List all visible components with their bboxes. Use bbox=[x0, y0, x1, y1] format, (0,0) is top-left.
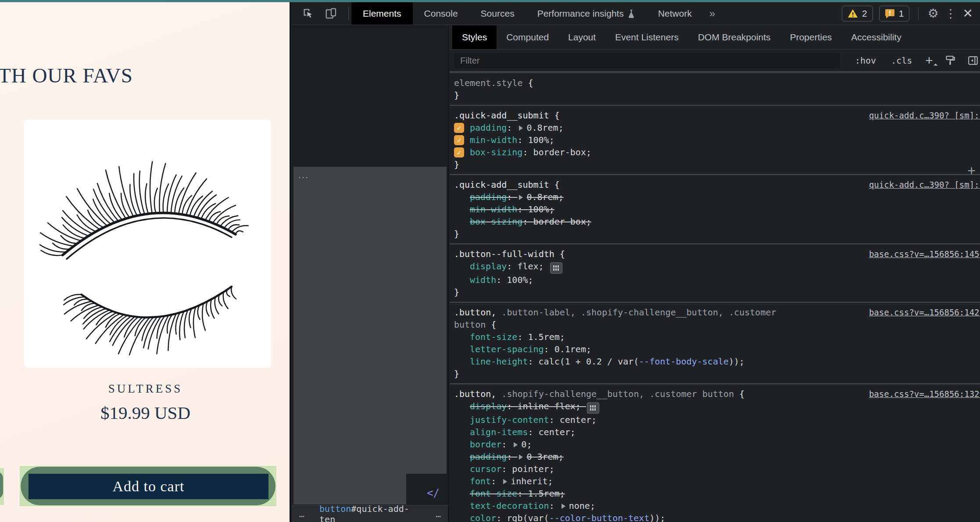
css-declaration[interactable]: box-sizing: border-box; bbox=[450, 215, 980, 228]
tab-performance-insights[interactable]: Performance insights bbox=[526, 2, 647, 25]
expand-arrow-icon[interactable] bbox=[519, 195, 523, 200]
stylesheet-link[interactable]: base.css?v=…156856:1450 bbox=[869, 248, 980, 260]
tab-dom-breakpoints[interactable]: DOM Breakpoints bbox=[688, 25, 780, 49]
product-name[interactable]: SULTRESS bbox=[0, 382, 291, 396]
css-declaration[interactable]: color: rgb(var(--color-button-text)); bbox=[450, 512, 980, 522]
css-declaration[interactable]: display: inline-flex; bbox=[450, 400, 980, 414]
declaration-text: cursor: pointer; bbox=[470, 464, 554, 474]
css-declaration[interactable]: font-size: 1.5rem; bbox=[450, 487, 980, 500]
toggle-hover-state[interactable]: :hov bbox=[855, 55, 876, 66]
declaration-text: box-sizing: border-box; bbox=[470, 216, 591, 227]
property-name: line-height bbox=[470, 356, 528, 367]
css-declaration[interactable]: font: inherit; bbox=[450, 475, 980, 487]
property-value: 100%; bbox=[507, 275, 533, 285]
inspect-element-icon[interactable] bbox=[300, 6, 317, 21]
css-declaration[interactable]: line-height: calc(1 + 0.2 / var(--font-b… bbox=[450, 355, 980, 368]
more-options-kebab-icon[interactable]: ⋮ bbox=[945, 7, 957, 21]
device-toolbar-icon[interactable] bbox=[323, 6, 340, 21]
declaration-text: text-decoration: none; bbox=[470, 501, 595, 511]
stylesheet-link[interactable]: quick-add.c…390? [sm]:1 bbox=[869, 109, 980, 122]
tab-properties[interactable]: Properties bbox=[780, 25, 842, 49]
close-devtools-icon[interactable]: ✕ bbox=[963, 6, 973, 21]
issues-badge[interactable]: 1 bbox=[879, 6, 910, 21]
stylesheet-link[interactable]: quick-add.c…390? [sm]:1 bbox=[869, 179, 980, 191]
css-declaration[interactable]: padding: 0.8rem; bbox=[450, 191, 980, 203]
tab-elements[interactable]: Elements bbox=[351, 2, 413, 25]
tab-styles[interactable]: Styles bbox=[452, 25, 497, 49]
css-rule: +.quick-add__submit {quick-add.c…390? [s… bbox=[450, 174, 980, 243]
stylesheet-link[interactable]: base.css?v=…156856:1421 bbox=[869, 306, 980, 318]
tab-network[interactable]: Network bbox=[647, 2, 703, 25]
css-declaration[interactable]: border: 0; bbox=[450, 438, 980, 450]
toggle-element-classes[interactable]: .cls bbox=[891, 55, 912, 66]
css-declaration[interactable]: ✓padding: 0.8rem; bbox=[450, 122, 980, 134]
flex-editor-icon[interactable] bbox=[550, 262, 562, 274]
css-declaration[interactable]: ✓box-sizing: border-box; bbox=[450, 146, 980, 158]
breadcrumb-ellipsis[interactable]: … bbox=[436, 509, 441, 519]
property-value: 0.1rem; bbox=[554, 344, 591, 354]
expand-arrow-icon[interactable] bbox=[519, 125, 523, 131]
expand-arrow-icon[interactable] bbox=[514, 442, 518, 447]
colon: : bbox=[507, 401, 517, 411]
styles-filter-input[interactable] bbox=[454, 53, 840, 68]
product-image-card[interactable] bbox=[24, 120, 271, 368]
css-declaration[interactable]: align-items: center; bbox=[450, 426, 980, 438]
selected-element-region[interactable]: … </ bbox=[293, 167, 447, 504]
more-tabs-chevron[interactable]: » bbox=[703, 2, 721, 25]
tab-computed[interactable]: Computed bbox=[497, 25, 558, 49]
add-rule-plus-icon[interactable]: + bbox=[967, 164, 976, 177]
breadcrumb-ellipsis[interactable]: … bbox=[299, 509, 304, 519]
tab-accessibility[interactable]: Accessibility bbox=[841, 25, 911, 49]
expand-arrow-icon[interactable] bbox=[503, 479, 507, 484]
new-style-rule-button[interactable]: + bbox=[925, 53, 933, 68]
tab-performance-insights-label: Performance insights bbox=[537, 8, 624, 19]
add-to-cart-button[interactable]: Add to cart bbox=[29, 474, 268, 499]
tab-console[interactable]: Console bbox=[413, 2, 469, 25]
css-declaration[interactable]: min-width: 100%; bbox=[450, 203, 980, 215]
css-declaration[interactable]: width: 100%; bbox=[450, 274, 980, 286]
property-name: cursor bbox=[470, 464, 501, 474]
declaration-checkbox[interactable]: ✓ bbox=[454, 147, 464, 157]
toolbar-separator bbox=[348, 7, 349, 20]
css-variable: --font-body-scale bbox=[639, 356, 729, 367]
declaration-checkbox[interactable]: ✓ bbox=[454, 135, 464, 145]
breadcrumb-selected-node[interactable]: button#quick-add-ten bbox=[319, 504, 421, 522]
styles-sidebar-tabs: Styles Computed Layout Event Listeners D… bbox=[450, 25, 980, 50]
colon: : bbox=[522, 147, 533, 157]
flex-editor-icon[interactable] bbox=[587, 402, 599, 414]
css-declaration[interactable]: display: flex; bbox=[450, 260, 980, 274]
declaration-text: font-size: 1.5rem; bbox=[470, 488, 565, 499]
css-declaration[interactable]: justify-content: center; bbox=[450, 414, 980, 426]
devtools-window: Elements Console Sources Performance ins… bbox=[292, 2, 980, 522]
property-value: 100%; bbox=[528, 204, 554, 215]
overflow-dots[interactable]: … bbox=[297, 168, 310, 181]
inspect-highlight-overlay: Add to cart bbox=[20, 466, 276, 506]
property-value: center; bbox=[539, 427, 576, 437]
collapse-panel-icon[interactable] bbox=[967, 55, 979, 66]
declaration-checkbox[interactable]: ✓ bbox=[454, 123, 464, 133]
property-name: font-size bbox=[470, 332, 517, 342]
colon: : bbox=[544, 344, 554, 354]
declaration-text: justify-content: center; bbox=[470, 415, 597, 425]
css-selector[interactable]: element.style { bbox=[450, 77, 980, 89]
css-declaration[interactable]: letter-spacing: 0.1rem; bbox=[450, 343, 980, 355]
colon: : bbox=[522, 216, 533, 227]
tab-sources[interactable]: Sources bbox=[469, 2, 526, 25]
css-declaration[interactable]: padding: 0 3rem; bbox=[450, 450, 980, 463]
property-name: box-sizing bbox=[470, 147, 522, 157]
warnings-badge[interactable]: 2 bbox=[842, 6, 873, 21]
expand-arrow-icon[interactable] bbox=[519, 454, 523, 460]
css-declaration[interactable]: font-size: 1.5rem; bbox=[450, 331, 980, 343]
tab-event-listeners[interactable]: Event Listeners bbox=[605, 25, 688, 49]
rendering-emulation-icon[interactable] bbox=[944, 55, 956, 66]
expand-arrow-icon[interactable] bbox=[562, 504, 565, 509]
settings-gear-icon[interactable]: ⚙ bbox=[927, 6, 938, 21]
property-value: border-box; bbox=[533, 216, 591, 227]
css-declaration[interactable]: cursor: pointer; bbox=[450, 463, 980, 475]
stylesheet-link[interactable]: base.css?v=…156856:1329 bbox=[869, 388, 980, 400]
property-name: border bbox=[470, 439, 501, 450]
css-declaration[interactable]: text-decoration: none; bbox=[450, 500, 980, 512]
tab-layout[interactable]: Layout bbox=[558, 25, 605, 49]
declaration-text: padding: 0.8rem; bbox=[470, 192, 564, 202]
css-declaration[interactable]: ✓min-width: 100%; bbox=[450, 134, 980, 146]
